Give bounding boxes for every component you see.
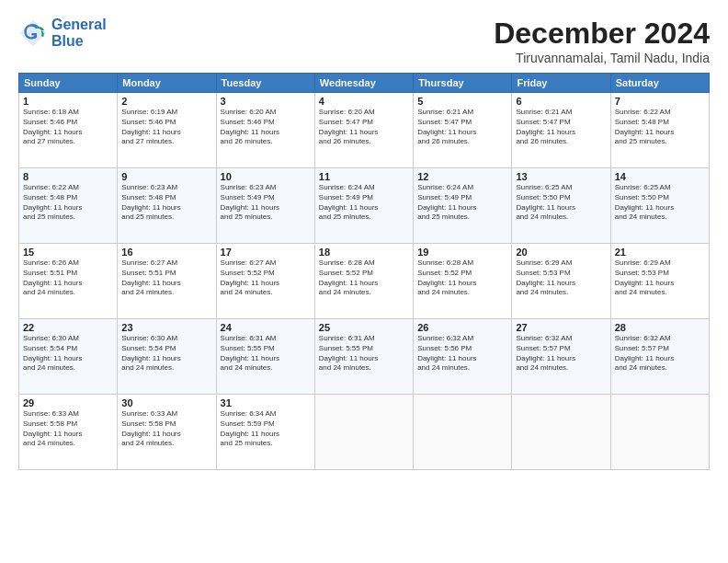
calendar-cell: 22Sunrise: 6:30 AM Sunset: 5:54 PM Dayli…: [19, 319, 118, 395]
calendar-cell: 25Sunrise: 6:31 AM Sunset: 5:55 PM Dayli…: [314, 319, 413, 395]
calendar-cell: 26Sunrise: 6:32 AM Sunset: 5:56 PM Dayli…: [414, 319, 512, 395]
col-wednesday: Wednesday: [314, 74, 413, 93]
day-number: 17: [221, 247, 311, 258]
col-sunday: Sunday: [19, 74, 118, 93]
page: General Blue December 2024 Tiruvannamala…: [0, 0, 728, 563]
calendar-cell: 10Sunrise: 6:23 AM Sunset: 5:49 PM Dayli…: [216, 168, 314, 244]
day-info: Sunrise: 6:20 AM Sunset: 5:47 PM Dayligh…: [319, 108, 409, 147]
day-number: 14: [615, 171, 705, 182]
day-number: 4: [319, 96, 409, 107]
calendar-cell: 21Sunrise: 6:29 AM Sunset: 5:53 PM Dayli…: [610, 244, 709, 319]
title-block: December 2024 Tiruvannamalai, Tamil Nadu…: [494, 17, 710, 65]
day-info: Sunrise: 6:22 AM Sunset: 5:48 PM Dayligh…: [23, 183, 113, 223]
calendar-cell: [314, 395, 413, 470]
calendar-week-4: 22Sunrise: 6:30 AM Sunset: 5:54 PM Dayli…: [19, 319, 710, 395]
day-number: 21: [615, 247, 705, 258]
calendar-cell: 18Sunrise: 6:28 AM Sunset: 5:52 PM Dayli…: [314, 244, 413, 319]
day-number: 27: [516, 322, 606, 333]
logo: General Blue: [18, 17, 107, 49]
day-info: Sunrise: 6:21 AM Sunset: 5:47 PM Dayligh…: [417, 108, 507, 147]
calendar-cell: 28Sunrise: 6:32 AM Sunset: 5:57 PM Dayli…: [610, 319, 709, 395]
calendar-cell: 23Sunrise: 6:30 AM Sunset: 5:54 PM Dayli…: [118, 319, 216, 395]
col-saturday: Saturday: [610, 74, 709, 93]
calendar-cell: 27Sunrise: 6:32 AM Sunset: 5:57 PM Dayli…: [512, 319, 610, 395]
day-info: Sunrise: 6:18 AM Sunset: 5:46 PM Dayligh…: [23, 108, 113, 147]
day-number: 15: [23, 247, 113, 258]
day-info: Sunrise: 6:24 AM Sunset: 5:49 PM Dayligh…: [417, 183, 507, 223]
day-info: Sunrise: 6:29 AM Sunset: 5:53 PM Dayligh…: [516, 259, 606, 298]
logo-line2: Blue: [51, 33, 107, 50]
calendar-week-5: 29Sunrise: 6:33 AM Sunset: 5:58 PM Dayli…: [19, 395, 710, 470]
day-info: Sunrise: 6:30 AM Sunset: 5:54 PM Dayligh…: [23, 334, 113, 373]
day-number: 5: [417, 96, 507, 107]
day-info: Sunrise: 6:32 AM Sunset: 5:56 PM Dayligh…: [417, 334, 507, 373]
calendar-cell: 24Sunrise: 6:31 AM Sunset: 5:55 PM Dayli…: [216, 319, 314, 395]
day-number: 28: [615, 322, 705, 333]
day-info: Sunrise: 6:31 AM Sunset: 5:55 PM Dayligh…: [319, 334, 409, 373]
day-info: Sunrise: 6:25 AM Sunset: 5:50 PM Dayligh…: [615, 183, 705, 223]
calendar-week-2: 8Sunrise: 6:22 AM Sunset: 5:48 PM Daylig…: [19, 168, 710, 244]
calendar-cell: 9Sunrise: 6:23 AM Sunset: 5:48 PM Daylig…: [118, 168, 216, 244]
day-info: Sunrise: 6:33 AM Sunset: 5:58 PM Dayligh…: [121, 409, 211, 449]
day-number: 2: [121, 96, 211, 107]
calendar-table: Sunday Monday Tuesday Wednesday Thursday…: [18, 73, 710, 470]
logo-icon: [18, 18, 48, 48]
day-info: Sunrise: 6:25 AM Sunset: 5:50 PM Dayligh…: [516, 183, 606, 223]
calendar-cell: 5Sunrise: 6:21 AM Sunset: 5:47 PM Daylig…: [414, 93, 512, 168]
day-info: Sunrise: 6:22 AM Sunset: 5:48 PM Dayligh…: [615, 108, 705, 147]
day-number: 20: [516, 247, 606, 258]
day-number: 22: [23, 322, 113, 333]
col-friday: Friday: [512, 74, 610, 93]
calendar-cell: [512, 395, 610, 470]
day-info: Sunrise: 6:20 AM Sunset: 5:46 PM Dayligh…: [221, 108, 311, 147]
day-number: 9: [121, 171, 211, 182]
calendar-cell: 17Sunrise: 6:27 AM Sunset: 5:52 PM Dayli…: [216, 244, 314, 319]
day-number: 16: [121, 247, 211, 258]
day-number: 25: [319, 322, 409, 333]
day-number: 30: [121, 397, 211, 408]
calendar-cell: 16Sunrise: 6:27 AM Sunset: 5:51 PM Dayli…: [118, 244, 216, 319]
calendar-cell: [610, 395, 709, 470]
calendar-cell: 30Sunrise: 6:33 AM Sunset: 5:58 PM Dayli…: [118, 395, 216, 470]
calendar-cell: 3Sunrise: 6:20 AM Sunset: 5:46 PM Daylig…: [216, 93, 314, 168]
calendar-cell: 6Sunrise: 6:21 AM Sunset: 5:47 PM Daylig…: [512, 93, 610, 168]
day-info: Sunrise: 6:30 AM Sunset: 5:54 PM Dayligh…: [121, 334, 211, 373]
logo-text: General Blue: [51, 17, 107, 49]
calendar-cell: 13Sunrise: 6:25 AM Sunset: 5:50 PM Dayli…: [512, 168, 610, 244]
calendar-cell: 2Sunrise: 6:19 AM Sunset: 5:46 PM Daylig…: [118, 93, 216, 168]
day-number: 24: [221, 322, 311, 333]
calendar-week-1: 1Sunrise: 6:18 AM Sunset: 5:46 PM Daylig…: [19, 93, 710, 168]
day-info: Sunrise: 6:28 AM Sunset: 5:52 PM Dayligh…: [319, 259, 409, 298]
day-number: 29: [23, 397, 113, 408]
calendar-cell: 15Sunrise: 6:26 AM Sunset: 5:51 PM Dayli…: [19, 244, 118, 319]
calendar-cell: [414, 395, 512, 470]
day-info: Sunrise: 6:31 AM Sunset: 5:55 PM Dayligh…: [221, 334, 311, 373]
day-info: Sunrise: 6:24 AM Sunset: 5:49 PM Dayligh…: [319, 183, 409, 223]
day-number: 11: [319, 171, 409, 182]
day-info: Sunrise: 6:33 AM Sunset: 5:58 PM Dayligh…: [23, 409, 113, 449]
day-number: 10: [221, 171, 311, 182]
day-number: 12: [417, 171, 507, 182]
day-info: Sunrise: 6:23 AM Sunset: 5:49 PM Dayligh…: [221, 183, 311, 223]
month-title: December 2024: [494, 17, 710, 51]
day-number: 23: [121, 322, 211, 333]
col-tuesday: Tuesday: [216, 74, 314, 93]
day-info: Sunrise: 6:21 AM Sunset: 5:47 PM Dayligh…: [516, 108, 606, 147]
day-info: Sunrise: 6:28 AM Sunset: 5:52 PM Dayligh…: [417, 259, 507, 298]
day-info: Sunrise: 6:32 AM Sunset: 5:57 PM Dayligh…: [615, 334, 705, 373]
subtitle: Tiruvannamalai, Tamil Nadu, India: [494, 51, 710, 65]
day-info: Sunrise: 6:23 AM Sunset: 5:48 PM Dayligh…: [121, 183, 211, 223]
day-info: Sunrise: 6:27 AM Sunset: 5:52 PM Dayligh…: [221, 259, 311, 298]
calendar-cell: 19Sunrise: 6:28 AM Sunset: 5:52 PM Dayli…: [414, 244, 512, 319]
day-number: 31: [221, 397, 311, 408]
day-info: Sunrise: 6:29 AM Sunset: 5:53 PM Dayligh…: [615, 259, 705, 298]
day-number: 1: [23, 96, 113, 107]
day-info: Sunrise: 6:26 AM Sunset: 5:51 PM Dayligh…: [23, 259, 113, 298]
calendar-cell: 12Sunrise: 6:24 AM Sunset: 5:49 PM Dayli…: [414, 168, 512, 244]
day-info: Sunrise: 6:27 AM Sunset: 5:51 PM Dayligh…: [121, 259, 211, 298]
logo-line1: General: [51, 17, 107, 33]
calendar-cell: 11Sunrise: 6:24 AM Sunset: 5:49 PM Dayli…: [314, 168, 413, 244]
calendar-cell: 7Sunrise: 6:22 AM Sunset: 5:48 PM Daylig…: [610, 93, 709, 168]
day-number: 6: [516, 96, 606, 107]
col-thursday: Thursday: [414, 74, 512, 93]
